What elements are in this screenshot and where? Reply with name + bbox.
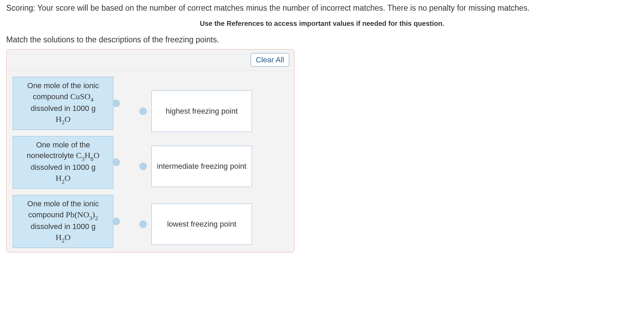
subscript: 3 (89, 215, 92, 221)
formula: Pb(NO (66, 210, 89, 219)
subscript: 4 (90, 96, 93, 103)
subscript: 3 (82, 156, 85, 162)
subscript: 2 (62, 178, 65, 185)
right-column: highest freezing point intermediate free… (151, 77, 252, 248)
left-item-pbno32[interactable]: One mole of the ionic compound Pb(NO3)2 … (13, 195, 113, 248)
text: compound (28, 210, 66, 219)
text: intermediate freezing point (157, 161, 246, 172)
right-item-highest[interactable]: highest freezing point (151, 91, 252, 132)
subscript: 2 (62, 119, 65, 126)
clear-all-button[interactable]: Clear All (251, 53, 289, 67)
formula: O (64, 233, 70, 242)
text: One mole of the ionic (27, 199, 99, 208)
subscript: 8 (91, 156, 94, 162)
matching-container: Clear All One mole of the ionic compound… (6, 49, 294, 252)
connector-dot-icon[interactable] (112, 158, 120, 166)
left-item-c3h8o[interactable]: One mole of the nonelectrolyte C3H8O dis… (13, 136, 113, 189)
scoring-text: Scoring: Your score will be based on the… (6, 3, 638, 13)
left-column: One mole of the ionic compound CuSO4 dis… (13, 77, 113, 248)
formula: O (93, 151, 99, 160)
connector-dot-icon[interactable] (139, 107, 147, 115)
formula: C (76, 151, 82, 160)
text: One mole of the ionic (27, 81, 99, 90)
connector-dot-icon[interactable] (112, 218, 120, 225)
text: compound (33, 92, 70, 101)
formula: H (56, 233, 61, 242)
text: One mole of the (36, 141, 90, 149)
text: dissolved in 1000 g (31, 163, 95, 172)
text: lowest freezing point (167, 219, 237, 229)
text: dissolved in 1000 g (31, 222, 95, 231)
references-hint: Use the References to access important v… (6, 20, 638, 28)
formula: O (64, 115, 70, 124)
matching-header: Clear All (7, 50, 294, 71)
left-item-cuso4[interactable]: One mole of the ionic compound CuSO4 dis… (13, 77, 113, 130)
subscript: 2 (62, 237, 65, 244)
formula: O (64, 174, 70, 183)
text: highest freezing point (165, 106, 238, 116)
formula: H (56, 115, 61, 124)
matching-body: One mole of the ionic compound CuSO4 dis… (7, 71, 294, 252)
subscript: 2 (95, 215, 98, 221)
formula: CuSO (70, 92, 91, 101)
formula: H (84, 151, 90, 160)
text: dissolved in 1000 g (31, 104, 95, 113)
formula: H (56, 174, 61, 183)
question-instruction: Match the solutions to the descriptions … (6, 35, 638, 44)
text: nonelectrolyte (27, 151, 76, 160)
right-item-lowest[interactable]: lowest freezing point (151, 204, 252, 245)
connector-dot-icon[interactable] (139, 220, 147, 228)
connector-dot-icon[interactable] (112, 100, 120, 107)
connector-dot-icon[interactable] (139, 163, 147, 170)
right-item-intermediate[interactable]: intermediate freezing point (151, 146, 252, 187)
